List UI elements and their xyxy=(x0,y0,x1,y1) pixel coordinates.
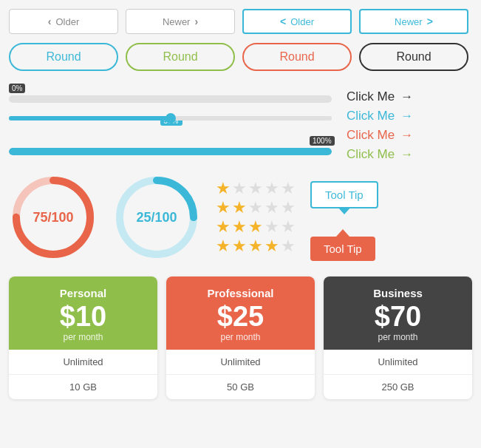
pricing-plan-professional: Professional xyxy=(174,287,307,299)
click-me-dark-arrow: → xyxy=(400,89,413,104)
tooltip-outline-label: Tool Tip xyxy=(325,189,364,201)
tooltip-2-wrapper: Tool Tip xyxy=(310,237,375,261)
tooltip-arrow-down-icon xyxy=(338,207,351,214)
circle-25: 25/100 xyxy=(112,173,201,262)
pricing-feature-personal-0: Unlimited xyxy=(9,350,157,375)
star-empty: ★ xyxy=(248,200,263,216)
star-empty: ★ xyxy=(281,200,296,216)
pricing-feature-professional-1: 50 GB xyxy=(166,375,315,399)
pricing-feature-personal-1: 10 GB xyxy=(9,375,157,399)
tooltips-section: Tool Tip Tool Tip xyxy=(310,174,378,261)
star-filled: ★ xyxy=(232,219,247,235)
tooltip-filled-label: Tool Tip xyxy=(324,242,362,255)
circle-75-label: 75/100 xyxy=(33,210,73,225)
tooltip-1-wrapper: Tool Tip xyxy=(310,181,378,208)
star-filled: ★ xyxy=(216,238,231,254)
older-label-1: Older xyxy=(55,16,79,27)
stars-row-1: ★ ★ ★ ★ ★ xyxy=(216,180,296,197)
progress-bar-100: 100% xyxy=(9,134,332,155)
pricing-price-business: $70 xyxy=(331,302,465,330)
click-me-salmon[interactable]: Click Me → xyxy=(347,128,472,143)
pricing-row: Personal $10 per month Unlimited 10 GB P… xyxy=(9,276,472,399)
star-empty: ★ xyxy=(248,180,263,197)
round-btn-cyan[interactable]: Round xyxy=(9,43,118,71)
slider-thumb-50[interactable] xyxy=(166,113,176,123)
pricing-feature-professional-0: Unlimited xyxy=(166,350,315,375)
click-me-dark[interactable]: Click Me → xyxy=(347,89,472,104)
click-me-salmon-arrow: → xyxy=(400,128,413,143)
click-me-cyan-arrow: → xyxy=(400,109,413,123)
pricing-period-business: per month xyxy=(331,332,465,342)
stars-row-2: ★ ★ ★ ★ ★ xyxy=(216,200,296,216)
newer-label-1: Newer xyxy=(163,16,191,27)
newer-label-2: Newer xyxy=(395,16,423,27)
pricing-card-business: Business $70 per month Unlimited 250 GB xyxy=(324,276,472,399)
stars-row-4: ★ ★ ★ ★ ★ xyxy=(216,238,296,254)
star-filled: ★ xyxy=(216,180,231,197)
star-filled: ★ xyxy=(232,200,247,216)
click-me-olive-label: Click Me xyxy=(347,147,395,162)
star-empty: ★ xyxy=(281,219,296,235)
older-btn-1[interactable]: ‹ Older xyxy=(9,9,118,34)
progress-section: 0% 50% 100% xyxy=(9,81,472,163)
star-empty: ★ xyxy=(281,238,296,254)
chevron-left-icon: ‹ xyxy=(48,16,52,27)
star-empty: ★ xyxy=(265,219,279,235)
tooltip-arrow-up-icon xyxy=(336,229,349,237)
slider-track-50 xyxy=(9,116,332,121)
tooltip-outline[interactable]: Tool Tip xyxy=(310,181,378,208)
tooltip-filled[interactable]: Tool Tip xyxy=(310,237,375,261)
round-btn-salmon[interactable]: Round xyxy=(242,43,352,71)
progress-track-0 xyxy=(9,95,332,103)
star-empty: ★ xyxy=(265,180,279,197)
click-me-olive-arrow: → xyxy=(400,147,413,162)
star-filled: ★ xyxy=(216,219,231,235)
widgets-row: 75/100 25/100 ★ ★ ★ ★ ★ ★ ★ ★ ★ xyxy=(9,173,472,262)
newer-btn-2[interactable]: Newer > xyxy=(359,9,468,34)
pricing-plan-business: Business xyxy=(331,287,465,299)
click-me-cyan[interactable]: Click Me → xyxy=(347,109,472,123)
star-empty: ★ xyxy=(281,180,296,197)
chevron-right-icon-2: > xyxy=(427,16,433,27)
click-me-cyan-label: Click Me xyxy=(347,109,395,123)
circle-75: 75/100 xyxy=(9,173,98,262)
pricing-period-professional: per month xyxy=(174,332,307,342)
click-me-salmon-label: Click Me xyxy=(347,128,395,143)
stars-section: ★ ★ ★ ★ ★ ★ ★ ★ ★ ★ ★ ★ ★ ★ ★ ★ xyxy=(216,180,296,254)
pagination-row: ‹ Older Newer › < Older Newer > xyxy=(9,9,472,34)
click-me-olive[interactable]: Click Me → xyxy=(347,147,472,162)
slider-fill-50 xyxy=(9,116,171,121)
progress-label-0: 0% xyxy=(9,84,25,93)
pricing-feature-business-0: Unlimited xyxy=(324,350,472,375)
newer-btn-1[interactable]: Newer › xyxy=(126,9,235,34)
pricing-header-business: Business $70 per month xyxy=(324,276,472,350)
older-label-2: Older xyxy=(290,16,314,27)
main-container: ‹ Older Newer › < Older Newer > Round Ro… xyxy=(0,0,481,408)
click-me-dark-label: Click Me xyxy=(347,89,395,104)
star-filled: ★ xyxy=(232,238,247,254)
star-empty: ★ xyxy=(265,200,279,216)
pricing-card-professional: Professional $25 per month Unlimited 50 … xyxy=(166,276,315,399)
pricing-period-personal: per month xyxy=(16,332,150,342)
star-filled: ★ xyxy=(248,238,263,254)
star-filled: ★ xyxy=(216,200,231,216)
star-empty: ★ xyxy=(232,180,247,197)
pricing-feature-business-1: 250 GB xyxy=(324,375,472,399)
progress-fill-100 xyxy=(9,148,332,155)
slider-50[interactable]: 50% xyxy=(9,116,332,121)
pricing-card-personal: Personal $10 per month Unlimited 10 GB xyxy=(9,276,157,399)
progress-label-100: 100% xyxy=(310,136,335,146)
pricing-price-personal: $10 xyxy=(16,302,150,330)
click-me-section: Click Me → Click Me → Click Me → Click M… xyxy=(347,81,472,163)
older-btn-2[interactable]: < Older xyxy=(242,9,352,34)
pricing-plan-personal: Personal xyxy=(16,287,150,299)
chevron-right-icon: › xyxy=(194,16,198,27)
circle-25-label: 25/100 xyxy=(136,210,177,225)
progress-bars: 0% 50% 100% xyxy=(9,81,332,163)
pricing-header-personal: Personal $10 per month xyxy=(9,276,157,350)
star-filled: ★ xyxy=(265,238,279,254)
progress-track-100 xyxy=(9,148,332,155)
round-buttons-row: Round Round Round Round xyxy=(9,43,472,71)
round-btn-olive[interactable]: Round xyxy=(126,43,235,71)
round-btn-dark[interactable]: Round xyxy=(359,43,468,71)
